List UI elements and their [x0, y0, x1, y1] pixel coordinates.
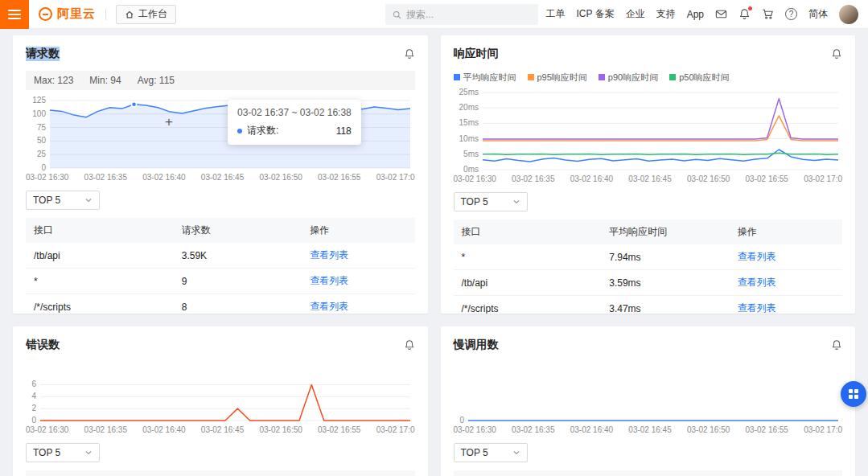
search-input[interactable]: [406, 9, 531, 20]
legend-item[interactable]: p95响应时间: [528, 72, 587, 84]
x-tick-label: 03-02 16:35: [84, 425, 127, 435]
chart-legend[interactable]: 平均响应时间p95响应时间p90响应时间p50响应时间: [454, 72, 843, 82]
x-tick-label: 03-02 16:40: [570, 174, 613, 184]
errors-table: 接口错误数操作: [26, 470, 415, 476]
interface-cell: /*/scripts: [26, 294, 174, 314]
value-cell: 3.47ms: [601, 296, 730, 314]
value-cell: 7.94ms: [601, 244, 730, 270]
top5-select[interactable]: TOP 5: [26, 443, 100, 462]
stat-avg: Avg: 115: [138, 75, 175, 86]
svg-text:0: 0: [41, 163, 46, 170]
column-header: 接口: [454, 220, 602, 244]
search-icon: [393, 10, 401, 20]
view-list-link[interactable]: 查看列表: [310, 275, 348, 286]
response-time-chart[interactable]: 0ms5ms10ms15ms20ms25ms: [454, 88, 843, 172]
svg-text:0ms: 0ms: [463, 165, 479, 172]
top5-select[interactable]: TOP 5: [26, 191, 100, 210]
column-header: 操作: [730, 220, 842, 244]
panel-requests: 请求数 Max: 123 Min: 94 Avg: 115 0255075100…: [13, 35, 428, 314]
view-list-link[interactable]: 查看列表: [738, 277, 776, 288]
svg-text:50: 50: [37, 136, 47, 145]
hamburger-menu-icon[interactable]: [0, 0, 29, 29]
menu-item-app[interactable]: App: [687, 9, 704, 20]
chart-tooltip: 03-02 16:37 ~ 03-02 16:38 请求数: 118: [228, 100, 361, 145]
chevron-down-icon: [512, 198, 520, 206]
home-icon: [125, 10, 134, 19]
panel-title-slow-calls: 慢调用数: [454, 338, 499, 352]
x-tick-label: 03-02 16:50: [687, 425, 730, 435]
panel-errors: 错误数 0246 03-02 16:3003-02 16:3503-02 16:…: [13, 326, 428, 476]
view-list-link[interactable]: 查看列表: [738, 251, 776, 262]
svg-text:25ms: 25ms: [459, 88, 478, 96]
svg-text:0: 0: [459, 416, 464, 423]
column-header: 错误数: [174, 470, 302, 476]
x-tick-label: 03-02 16:50: [259, 425, 302, 435]
column-header: 请求数: [174, 218, 302, 243]
alicloud-logo[interactable]: 阿里云: [39, 6, 96, 22]
alarm-bell-icon[interactable]: [831, 48, 842, 60]
x-tick-label: 03-02 16:30: [26, 425, 68, 435]
panel-title-errors: 错误数: [26, 338, 60, 352]
avatar[interactable]: [839, 5, 858, 24]
view-list-link[interactable]: 查看列表: [310, 301, 348, 312]
interface-cell: /tb/api: [26, 243, 174, 269]
column-header: 平均响应时间: [601, 220, 730, 244]
language-toggle[interactable]: 简体: [808, 7, 828, 21]
table-header-row: 接口请求数操作: [26, 218, 415, 243]
table-row: /*/scripts 8 查看列表: [26, 294, 415, 314]
slow-calls-chart-area: 0 03-02 16:3003-02 16:3503-02 16:4003-02…: [454, 375, 843, 435]
top5-select-value: TOP 5: [461, 196, 488, 207]
x-tick-label: 03-02 16:30: [26, 172, 68, 183]
interface-cell: /*/scripts: [454, 296, 602, 314]
notifications-bell-icon[interactable]: [738, 8, 751, 20]
legend-item[interactable]: p50响应时间: [669, 72, 729, 84]
top5-select-value: TOP 5: [33, 447, 60, 458]
workbench-button[interactable]: 工作台: [116, 5, 176, 24]
widgets-float-button[interactable]: [841, 381, 866, 407]
menu-item-icp[interactable]: ICP 备案: [577, 7, 615, 21]
help-icon[interactable]: ?: [785, 8, 797, 20]
response-time-chart-area: 0ms5ms10ms15ms20ms25ms 03-02 16:3003-02 …: [454, 88, 843, 184]
panel-response-time: 响应时间 平均响应时间p95响应时间p90响应时间p50响应时间 0ms5ms1…: [441, 35, 856, 314]
svg-text:4: 4: [31, 392, 36, 400]
legend-item[interactable]: p90响应时间: [599, 72, 658, 84]
chevron-down-icon: [84, 196, 93, 204]
requests-table: 接口请求数操作 /tb/api 3.59K 查看列表 * 9 查看列表 /*/s…: [26, 218, 415, 314]
column-header: 接口: [26, 470, 174, 476]
x-tick-label: 03-02 16:30: [454, 425, 496, 435]
alarm-bell-icon[interactable]: [831, 339, 842, 351]
table-row: * 9 查看列表: [26, 269, 415, 294]
top5-select[interactable]: TOP 5: [454, 192, 528, 211]
x-tick-label: 03-02 17:0: [376, 172, 415, 183]
view-list-link[interactable]: 查看列表: [738, 302, 776, 314]
requests-stats-bar: Max: 123 Min: 94 Avg: 115: [26, 71, 415, 90]
column-header: 操作: [302, 470, 414, 476]
x-tick-label: 03-02 17:0: [804, 425, 842, 435]
x-axis-labels: 03-02 16:3003-02 16:3503-02 16:4003-02 1…: [454, 174, 843, 184]
errors-chart[interactable]: 0246: [26, 375, 415, 423]
global-search[interactable]: [385, 4, 538, 25]
svg-text:5ms: 5ms: [463, 150, 479, 158]
x-tick-label: 03-02 16:55: [318, 172, 360, 183]
notification-badge: [748, 6, 752, 10]
view-list-link[interactable]: 查看列表: [310, 249, 348, 261]
table-row: /tb/api 3.59ms 查看列表: [454, 270, 843, 296]
menu-item-tickets[interactable]: 工单: [546, 7, 566, 21]
alarm-bell-icon[interactable]: [404, 48, 415, 60]
series-dot-icon: [237, 129, 242, 133]
menu-item-support[interactable]: 支持: [656, 7, 676, 21]
legend-item[interactable]: 平均响应时间: [454, 72, 516, 84]
value-cell: 3.59K: [174, 243, 302, 269]
tooltip-time-range: 03-02 16:37 ~ 03-02 16:38: [237, 107, 352, 118]
table-row: /tb/api 3.59K 查看列表: [26, 243, 415, 269]
top5-select[interactable]: TOP 5: [454, 443, 528, 462]
svg-text:25: 25: [37, 150, 47, 158]
cart-icon[interactable]: [762, 8, 774, 20]
slow-calls-chart[interactable]: 0: [454, 375, 843, 423]
x-tick-label: 03-02 16:55: [318, 425, 360, 435]
alarm-bell-icon[interactable]: [404, 339, 415, 351]
messages-icon[interactable]: [715, 8, 727, 20]
x-tick-label: 03-02 17:0: [376, 425, 415, 435]
x-tick-label: 03-02 16:35: [512, 425, 554, 435]
menu-item-enterprise[interactable]: 企业: [626, 7, 645, 21]
